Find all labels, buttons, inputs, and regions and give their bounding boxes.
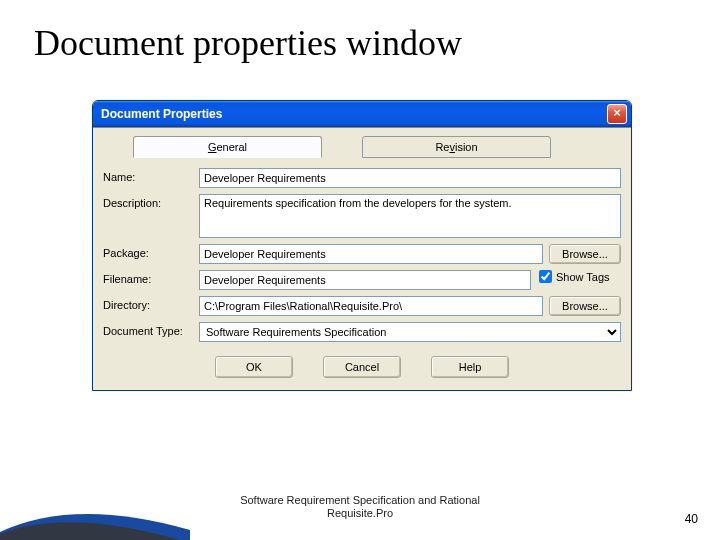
caption-line-2: Requisite.Pro xyxy=(0,507,720,520)
browse-directory-button[interactable]: Browse... xyxy=(549,296,621,316)
dialog-client: G/*placeholder*/eneral Revision Name: De… xyxy=(93,127,631,390)
label-directory: Directory: xyxy=(103,296,199,311)
slide-caption: Software Requirement Specification and R… xyxy=(0,494,720,520)
caption-line-1: Software Requirement Specification and R… xyxy=(0,494,720,507)
browse-package-button[interactable]: Browse... xyxy=(549,244,621,264)
description-input[interactable]: Requirements specification from the deve… xyxy=(199,194,621,238)
tab-strip: G/*placeholder*/eneral Revision xyxy=(103,136,621,158)
ok-button[interactable]: OK xyxy=(215,356,293,378)
dialog-window: Document Properties × G/*placeholder*/en… xyxy=(92,100,632,391)
dialog-action-row: OK Cancel Help xyxy=(103,356,621,378)
package-input[interactable] xyxy=(199,244,543,264)
cancel-button[interactable]: Cancel xyxy=(323,356,401,378)
slide-title: Document properties window xyxy=(34,22,462,64)
label-package: Package: xyxy=(103,244,199,259)
tab-general[interactable]: G/*placeholder*/eneral xyxy=(133,136,322,158)
doctype-select[interactable]: Software Requirements Specification xyxy=(199,322,621,342)
titlebar[interactable]: Document Properties × xyxy=(93,101,631,127)
titlebar-text: Document Properties xyxy=(101,107,607,121)
tab-revision-label: Revision xyxy=(435,141,477,153)
close-button[interactable]: × xyxy=(607,104,627,124)
label-filename: Filename: xyxy=(103,270,199,285)
tab-revision[interactable]: Revision xyxy=(362,136,551,158)
page-number: 40 xyxy=(685,512,698,526)
name-input[interactable] xyxy=(199,168,621,188)
filename-input[interactable] xyxy=(199,270,531,290)
show-tags-label: Show Tags xyxy=(556,271,610,283)
directory-input[interactable] xyxy=(199,296,543,316)
show-tags-checkbox[interactable] xyxy=(539,270,552,283)
help-button[interactable]: Help xyxy=(431,356,509,378)
label-description: Description: xyxy=(103,194,199,209)
label-name: Name: xyxy=(103,168,199,183)
show-tags-checkbox-wrap[interactable]: Show Tags xyxy=(537,270,621,283)
label-doctype: Document Type: xyxy=(103,322,199,337)
